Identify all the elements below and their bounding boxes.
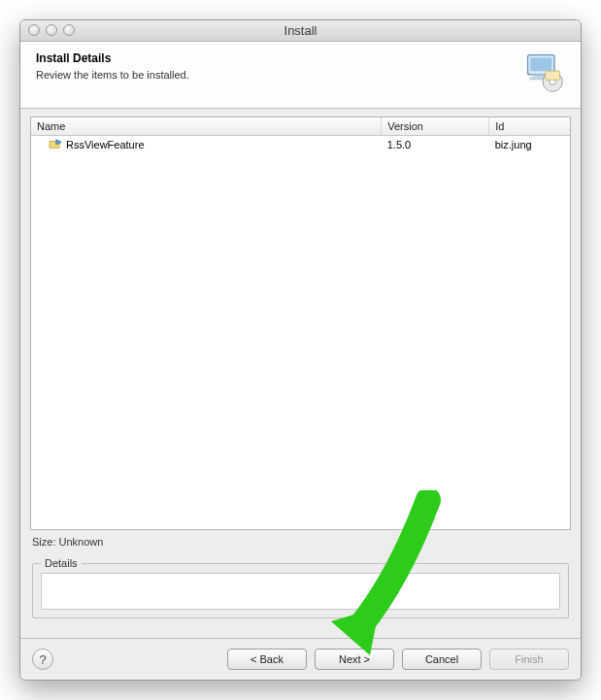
- details-group: Details: [32, 557, 569, 618]
- items-table: Name Version Id: [31, 117, 570, 153]
- column-header-version[interactable]: Version: [382, 117, 489, 136]
- close-window-button[interactable]: [28, 24, 40, 36]
- svg-rect-1: [530, 57, 551, 71]
- next-button[interactable]: Next >: [315, 649, 394, 670]
- banner-subheading: Review the items to be installed.: [36, 69, 189, 81]
- titlebar[interactable]: Install: [20, 20, 581, 42]
- table-row[interactable]: RssViewFeature 1.5.0 biz.jung: [31, 136, 570, 154]
- zoom-window-button[interactable]: [63, 24, 75, 36]
- minimize-window-button[interactable]: [46, 24, 57, 36]
- cancel-button[interactable]: Cancel: [402, 649, 482, 670]
- back-button[interactable]: < Back: [227, 649, 307, 670]
- feature-id: biz.jung: [489, 136, 570, 154]
- button-bar: ? < Back Next > Cancel Finish: [20, 638, 581, 680]
- size-label: Size: Unknown: [30, 530, 571, 557]
- window-controls: [28, 24, 75, 36]
- details-legend: Details: [41, 557, 82, 569]
- install-icon: [522, 51, 565, 96]
- column-header-name[interactable]: Name: [31, 117, 382, 136]
- window-title: Install: [20, 23, 581, 38]
- content-area: Name Version Id: [20, 109, 581, 638]
- help-icon: ?: [39, 652, 46, 667]
- details-textarea[interactable]: [41, 573, 560, 610]
- feature-icon: [49, 138, 62, 151]
- install-dialog: Install Install Details Review the items…: [19, 19, 582, 681]
- help-button[interactable]: ?: [32, 649, 53, 670]
- wizard-banner: Install Details Review the items to be i…: [20, 42, 581, 109]
- items-table-container: Name Version Id: [30, 117, 571, 530]
- column-header-id[interactable]: Id: [489, 117, 570, 136]
- finish-button: Finish: [489, 649, 569, 670]
- svg-rect-6: [546, 71, 560, 80]
- banner-heading: Install Details: [36, 51, 189, 65]
- feature-name: RssViewFeature: [66, 139, 145, 150]
- feature-version: 1.5.0: [382, 136, 489, 154]
